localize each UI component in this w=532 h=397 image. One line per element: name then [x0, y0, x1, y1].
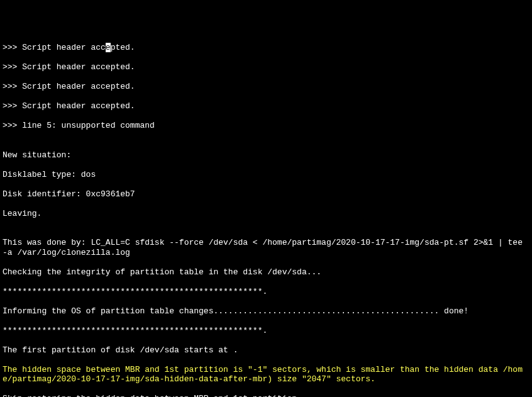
terminal-line: Checking the integrity of partition tabl…	[3, 267, 532, 277]
terminal-line: >>> Script header accepted.	[3, 62, 532, 72]
text: >>> Script header acc	[3, 43, 106, 52]
terminal-line: >>> line 5: unsupported command	[3, 121, 532, 131]
terminal-line-warning: The hidden space between MBR and 1st par…	[3, 365, 532, 384]
text: pted.	[111, 43, 135, 52]
terminal-line: ****************************************…	[3, 326, 532, 336]
terminal-line: Informing the OS of partition table chan…	[3, 306, 532, 316]
terminal-line: New situation:	[3, 150, 532, 160]
terminal-line: Disk identifier: 0xc9361eb7	[3, 189, 532, 199]
terminal-line: Skip restoring the hidden data between M…	[3, 394, 532, 397]
terminal-line: >>> Script header accepted.	[3, 82, 532, 92]
terminal-line: This was done by: LC_ALL=C sfdisk --forc…	[3, 238, 532, 257]
terminal-line: >>> Script header accepted.	[3, 43, 532, 53]
terminal-line: The first partition of disk /dev/sda sta…	[3, 345, 532, 355]
terminal-line: Disklabel type: dos	[3, 170, 532, 180]
terminal-line: Leaving.	[3, 209, 532, 219]
terminal-line: ****************************************…	[3, 287, 532, 297]
terminal-line: >>> Script header accepted.	[3, 101, 532, 111]
text-cursor: e	[106, 43, 111, 52]
